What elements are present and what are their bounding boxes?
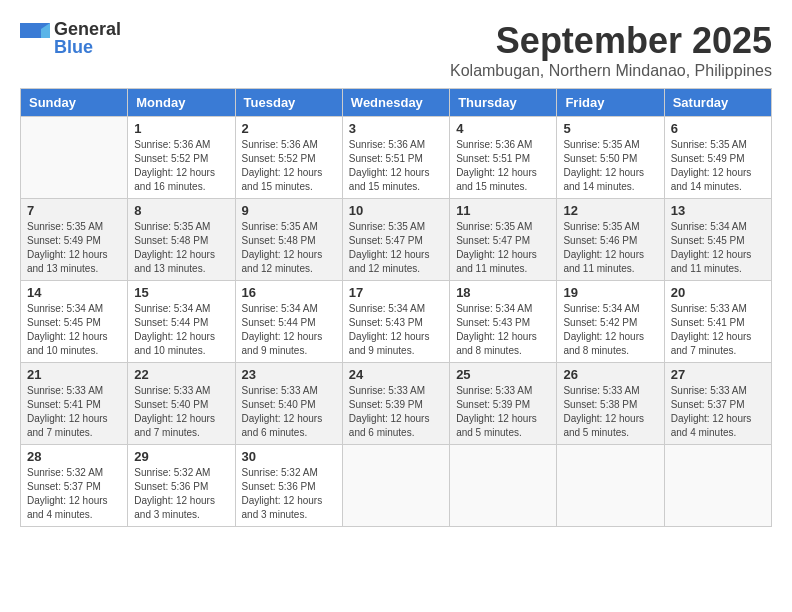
day-info: Sunrise: 5:34 AM Sunset: 5:43 PM Dayligh… — [456, 302, 550, 358]
day-info: Sunrise: 5:34 AM Sunset: 5:44 PM Dayligh… — [134, 302, 228, 358]
day-number: 22 — [134, 367, 228, 382]
day-info: Sunrise: 5:34 AM Sunset: 5:42 PM Dayligh… — [563, 302, 657, 358]
day-number: 12 — [563, 203, 657, 218]
day-number: 1 — [134, 121, 228, 136]
header-saturday: Saturday — [664, 89, 771, 117]
day-number: 21 — [27, 367, 121, 382]
calendar-cell — [21, 117, 128, 199]
month-title: September 2025 — [450, 20, 772, 62]
calendar-cell: 24Sunrise: 5:33 AM Sunset: 5:39 PM Dayli… — [342, 363, 449, 445]
calendar-cell: 6Sunrise: 5:35 AM Sunset: 5:49 PM Daylig… — [664, 117, 771, 199]
day-info: Sunrise: 5:33 AM Sunset: 5:41 PM Dayligh… — [671, 302, 765, 358]
day-info: Sunrise: 5:35 AM Sunset: 5:47 PM Dayligh… — [456, 220, 550, 276]
day-number: 16 — [242, 285, 336, 300]
title-area: September 2025 Kolambugan, Northern Mind… — [450, 20, 772, 80]
calendar-cell: 21Sunrise: 5:33 AM Sunset: 5:41 PM Dayli… — [21, 363, 128, 445]
logo-general: General — [54, 20, 121, 38]
day-info: Sunrise: 5:33 AM Sunset: 5:40 PM Dayligh… — [242, 384, 336, 440]
day-info: Sunrise: 5:36 AM Sunset: 5:51 PM Dayligh… — [349, 138, 443, 194]
day-info: Sunrise: 5:36 AM Sunset: 5:52 PM Dayligh… — [134, 138, 228, 194]
svg-rect-1 — [20, 38, 50, 53]
day-number: 23 — [242, 367, 336, 382]
day-number: 26 — [563, 367, 657, 382]
day-info: Sunrise: 5:35 AM Sunset: 5:50 PM Dayligh… — [563, 138, 657, 194]
calendar-cell: 14Sunrise: 5:34 AM Sunset: 5:45 PM Dayli… — [21, 281, 128, 363]
day-number: 19 — [563, 285, 657, 300]
calendar-cell: 3Sunrise: 5:36 AM Sunset: 5:51 PM Daylig… — [342, 117, 449, 199]
calendar-week-2: 7Sunrise: 5:35 AM Sunset: 5:49 PM Daylig… — [21, 199, 772, 281]
calendar-cell: 1Sunrise: 5:36 AM Sunset: 5:52 PM Daylig… — [128, 117, 235, 199]
header-monday: Monday — [128, 89, 235, 117]
header-wednesday: Wednesday — [342, 89, 449, 117]
day-info: Sunrise: 5:33 AM Sunset: 5:37 PM Dayligh… — [671, 384, 765, 440]
day-info: Sunrise: 5:36 AM Sunset: 5:51 PM Dayligh… — [456, 138, 550, 194]
header-friday: Friday — [557, 89, 664, 117]
day-number: 17 — [349, 285, 443, 300]
day-info: Sunrise: 5:35 AM Sunset: 5:49 PM Dayligh… — [671, 138, 765, 194]
calendar-cell: 12Sunrise: 5:35 AM Sunset: 5:46 PM Dayli… — [557, 199, 664, 281]
logo-text: General Blue — [54, 20, 121, 56]
calendar-cell: 11Sunrise: 5:35 AM Sunset: 5:47 PM Dayli… — [450, 199, 557, 281]
day-number: 6 — [671, 121, 765, 136]
day-number: 30 — [242, 449, 336, 464]
day-info: Sunrise: 5:36 AM Sunset: 5:52 PM Dayligh… — [242, 138, 336, 194]
calendar-cell — [557, 445, 664, 527]
day-info: Sunrise: 5:34 AM Sunset: 5:45 PM Dayligh… — [27, 302, 121, 358]
calendar-cell: 30Sunrise: 5:32 AM Sunset: 5:36 PM Dayli… — [235, 445, 342, 527]
calendar-cell: 19Sunrise: 5:34 AM Sunset: 5:42 PM Dayli… — [557, 281, 664, 363]
day-info: Sunrise: 5:34 AM Sunset: 5:44 PM Dayligh… — [242, 302, 336, 358]
calendar-cell — [450, 445, 557, 527]
day-number: 24 — [349, 367, 443, 382]
day-info: Sunrise: 5:32 AM Sunset: 5:36 PM Dayligh… — [242, 466, 336, 522]
calendar-cell: 25Sunrise: 5:33 AM Sunset: 5:39 PM Dayli… — [450, 363, 557, 445]
day-number: 27 — [671, 367, 765, 382]
calendar-cell: 16Sunrise: 5:34 AM Sunset: 5:44 PM Dayli… — [235, 281, 342, 363]
calendar-cell: 23Sunrise: 5:33 AM Sunset: 5:40 PM Dayli… — [235, 363, 342, 445]
day-number: 9 — [242, 203, 336, 218]
header-tuesday: Tuesday — [235, 89, 342, 117]
day-info: Sunrise: 5:33 AM Sunset: 5:41 PM Dayligh… — [27, 384, 121, 440]
day-info: Sunrise: 5:32 AM Sunset: 5:36 PM Dayligh… — [134, 466, 228, 522]
day-number: 2 — [242, 121, 336, 136]
day-info: Sunrise: 5:35 AM Sunset: 5:49 PM Dayligh… — [27, 220, 121, 276]
calendar-week-3: 14Sunrise: 5:34 AM Sunset: 5:45 PM Dayli… — [21, 281, 772, 363]
day-info: Sunrise: 5:34 AM Sunset: 5:45 PM Dayligh… — [671, 220, 765, 276]
calendar-cell: 27Sunrise: 5:33 AM Sunset: 5:37 PM Dayli… — [664, 363, 771, 445]
calendar-cell: 26Sunrise: 5:33 AM Sunset: 5:38 PM Dayli… — [557, 363, 664, 445]
calendar-week-4: 21Sunrise: 5:33 AM Sunset: 5:41 PM Dayli… — [21, 363, 772, 445]
location-subtitle: Kolambugan, Northern Mindanao, Philippin… — [450, 62, 772, 80]
header-sunday: Sunday — [21, 89, 128, 117]
calendar-week-1: 1Sunrise: 5:36 AM Sunset: 5:52 PM Daylig… — [21, 117, 772, 199]
calendar-cell: 10Sunrise: 5:35 AM Sunset: 5:47 PM Dayli… — [342, 199, 449, 281]
calendar-cell: 13Sunrise: 5:34 AM Sunset: 5:45 PM Dayli… — [664, 199, 771, 281]
day-number: 8 — [134, 203, 228, 218]
day-number: 4 — [456, 121, 550, 136]
header-thursday: Thursday — [450, 89, 557, 117]
day-info: Sunrise: 5:33 AM Sunset: 5:40 PM Dayligh… — [134, 384, 228, 440]
calendar-cell: 2Sunrise: 5:36 AM Sunset: 5:52 PM Daylig… — [235, 117, 342, 199]
day-info: Sunrise: 5:33 AM Sunset: 5:38 PM Dayligh… — [563, 384, 657, 440]
calendar-header-row: SundayMondayTuesdayWednesdayThursdayFrid… — [21, 89, 772, 117]
calendar-cell: 5Sunrise: 5:35 AM Sunset: 5:50 PM Daylig… — [557, 117, 664, 199]
calendar-cell: 17Sunrise: 5:34 AM Sunset: 5:43 PM Dayli… — [342, 281, 449, 363]
logo-icon — [20, 23, 50, 53]
day-number: 5 — [563, 121, 657, 136]
day-info: Sunrise: 5:32 AM Sunset: 5:37 PM Dayligh… — [27, 466, 121, 522]
day-number: 14 — [27, 285, 121, 300]
day-number: 3 — [349, 121, 443, 136]
day-number: 10 — [349, 203, 443, 218]
calendar-cell: 7Sunrise: 5:35 AM Sunset: 5:49 PM Daylig… — [21, 199, 128, 281]
page-header: General Blue September 2025 Kolambugan, … — [20, 20, 772, 80]
day-info: Sunrise: 5:34 AM Sunset: 5:43 PM Dayligh… — [349, 302, 443, 358]
calendar-cell: 8Sunrise: 5:35 AM Sunset: 5:48 PM Daylig… — [128, 199, 235, 281]
day-info: Sunrise: 5:35 AM Sunset: 5:47 PM Dayligh… — [349, 220, 443, 276]
day-info: Sunrise: 5:35 AM Sunset: 5:48 PM Dayligh… — [242, 220, 336, 276]
day-info: Sunrise: 5:33 AM Sunset: 5:39 PM Dayligh… — [349, 384, 443, 440]
day-number: 15 — [134, 285, 228, 300]
day-number: 18 — [456, 285, 550, 300]
calendar-cell — [342, 445, 449, 527]
calendar-cell: 22Sunrise: 5:33 AM Sunset: 5:40 PM Dayli… — [128, 363, 235, 445]
calendar-week-5: 28Sunrise: 5:32 AM Sunset: 5:37 PM Dayli… — [21, 445, 772, 527]
day-number: 11 — [456, 203, 550, 218]
calendar-cell: 9Sunrise: 5:35 AM Sunset: 5:48 PM Daylig… — [235, 199, 342, 281]
